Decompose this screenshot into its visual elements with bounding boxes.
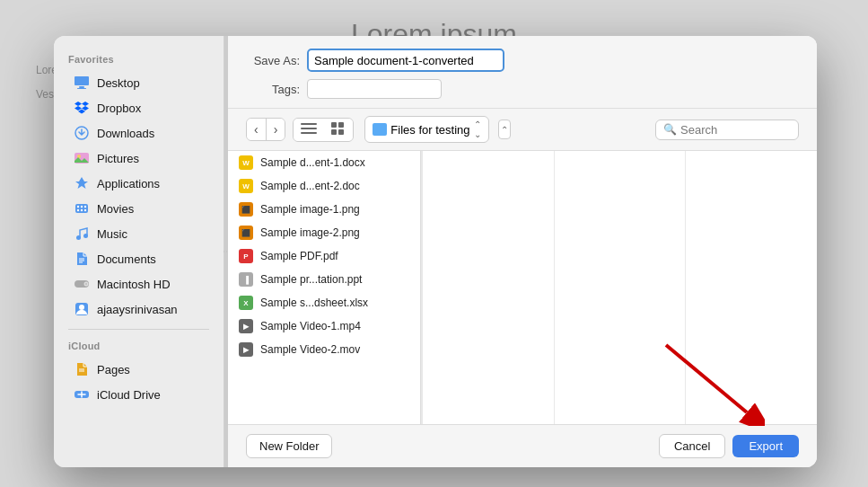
save-as-input[interactable] — [307, 49, 504, 72]
tags-input[interactable] — [307, 79, 442, 99]
search-box: 🔍 — [655, 120, 799, 140]
mov-icon: ▶ — [239, 342, 253, 357]
empty-column-3 — [686, 151, 817, 424]
sidebar-item-macintosh-hd[interactable]: Macintosh HD — [59, 271, 218, 297]
svg-point-13 — [76, 235, 81, 240]
search-icon: 🔍 — [663, 123, 677, 136]
sidebar-item-label-user: ajaaysrinivasan — [97, 303, 178, 316]
file-name: Sample image-1.png — [260, 203, 360, 216]
sidebar-item-label-pictures: Pictures — [97, 152, 139, 165]
sidebar-item-label-downloads: Downloads — [97, 127, 154, 140]
sidebar-item-downloads[interactable]: Downloads — [59, 120, 218, 146]
sidebar-item-label-icloud-drive: iCloud Drive — [97, 388, 161, 402]
location-label: Files for testing — [390, 123, 469, 137]
icloud-label: iCloud — [54, 337, 224, 357]
view-grid-button[interactable] — [324, 119, 353, 141]
main-panel: Save As: Tags: ‹ › — [228, 36, 817, 467]
sidebar-item-label-movies: Movies — [97, 202, 134, 216]
svg-point-20 — [85, 283, 87, 285]
sidebar-item-label-macintosh-hd: Macintosh HD — [97, 278, 171, 291]
svg-rect-0 — [75, 76, 89, 85]
sidebar-item-dropbox[interactable]: Dropbox — [59, 95, 218, 120]
tags-row: Tags: — [246, 79, 799, 99]
svg-point-7 — [77, 206, 79, 208]
sidebar-item-pages[interactable]: Pages — [59, 357, 218, 382]
bottombar: New Folder Cancel Export — [228, 424, 817, 467]
svg-point-10 — [77, 209, 79, 211]
view-list-button[interactable] — [294, 119, 324, 141]
save-as-label: Save As: — [246, 54, 300, 67]
file-name: Sample Video-1.mp4 — [260, 320, 361, 332]
topbar: Save As: Tags: — [228, 36, 817, 109]
png-icon: ⬛ — [239, 226, 253, 240]
empty-column-2 — [555, 151, 686, 424]
file-name: Sample s...dsheet.xlsx — [260, 297, 368, 309]
cancel-button[interactable]: Cancel — [659, 434, 725, 458]
save-row: Save As: — [246, 49, 799, 72]
nav-group: ‹ › — [246, 118, 285, 141]
svg-point-9 — [84, 206, 86, 208]
pictures-icon — [74, 150, 90, 166]
file-list-column: W Sample d...ent-1.docx W Sample d...ent… — [228, 151, 421, 424]
list-item[interactable]: ▶ Sample Video-1.mp4 — [228, 314, 420, 338]
tags-label: Tags: — [246, 83, 300, 96]
new-folder-button[interactable]: New Folder — [246, 434, 332, 458]
collapse-button[interactable]: ⌃ — [498, 120, 511, 139]
file-name: Sample image-2.png — [260, 226, 360, 239]
list-item[interactable]: ⬛ Sample image-1.png — [228, 198, 420, 221]
sidebar-item-movies[interactable]: Movies — [59, 196, 218, 221]
svg-point-11 — [81, 209, 83, 211]
favorites-label: Favorites — [54, 50, 224, 70]
sidebar-item-desktop[interactable]: Desktop — [59, 70, 218, 95]
svg-point-22 — [79, 305, 84, 310]
file-name: Sample Video-2.mov — [260, 343, 360, 356]
save-dialog: Favorites Desktop Dropbox Downloads — [54, 36, 817, 467]
sidebar-item-documents[interactable]: Documents — [59, 246, 218, 271]
movies-icon — [74, 200, 90, 217]
nav-back-button[interactable]: ‹ — [247, 119, 267, 140]
applications-icon — [74, 175, 90, 191]
list-item[interactable]: ⬛ Sample image-2.png — [228, 221, 420, 244]
file-name: Sample d...ent-1.docx — [260, 156, 365, 169]
ppt-icon: ▐ — [239, 272, 253, 287]
sidebar-item-music[interactable]: Music — [59, 221, 218, 246]
sidebar-item-label-documents: Documents — [97, 252, 156, 266]
list-item[interactable]: P Sample PDF.pdf — [228, 244, 420, 268]
svg-rect-31 — [331, 129, 337, 135]
svg-point-12 — [84, 209, 86, 211]
xlsx-icon: X — [239, 296, 253, 310]
svg-point-8 — [81, 206, 83, 208]
sidebar-item-pictures[interactable]: Pictures — [59, 146, 218, 171]
empty-column-1 — [423, 151, 554, 424]
list-item[interactable]: X Sample s...dsheet.xlsx — [228, 291, 420, 314]
svg-rect-26 — [301, 123, 317, 125]
file-name: Sample d...ent-2.doc — [260, 180, 360, 192]
icloud-icon — [74, 386, 90, 403]
sidebar-divider — [68, 329, 209, 330]
list-item[interactable]: ▶ Sample Video-2.mov — [228, 338, 420, 361]
search-input[interactable] — [680, 123, 791, 137]
sidebar: Favorites Desktop Dropbox Downloads — [54, 36, 224, 467]
file-name: Sample PDF.pdf — [260, 250, 338, 262]
mp4-icon: ▶ — [239, 319, 253, 333]
svg-rect-28 — [301, 132, 317, 134]
sidebar-item-icloud-drive[interactable]: iCloud Drive — [59, 382, 218, 407]
desktop-icon — [74, 75, 90, 91]
sidebar-item-label-dropbox: Dropbox — [97, 102, 141, 115]
docx-icon: W — [239, 155, 253, 170]
sidebar-item-user[interactable]: ajaaysrinivasan — [59, 297, 218, 322]
folder-icon — [373, 123, 387, 136]
svg-point-14 — [83, 234, 88, 238]
export-button[interactable]: Export — [732, 435, 799, 457]
svg-rect-1 — [79, 86, 84, 88]
sidebar-item-label-music: Music — [97, 227, 127, 241]
nav-forward-button[interactable]: › — [267, 119, 285, 140]
sidebar-item-applications[interactable]: Applications — [59, 171, 218, 196]
list-item[interactable]: ▐ Sample pr...tation.ppt — [228, 268, 420, 291]
action-buttons: Cancel Export — [659, 434, 799, 458]
dropdown-arrow-icon: ⌃⌄ — [474, 120, 481, 139]
pages-icon — [74, 361, 90, 377]
list-item[interactable]: W Sample d...ent-2.doc — [228, 174, 420, 198]
location-dropdown[interactable]: Files for testing ⌃⌄ — [364, 116, 488, 143]
list-item[interactable]: W Sample d...ent-1.docx — [228, 151, 420, 174]
